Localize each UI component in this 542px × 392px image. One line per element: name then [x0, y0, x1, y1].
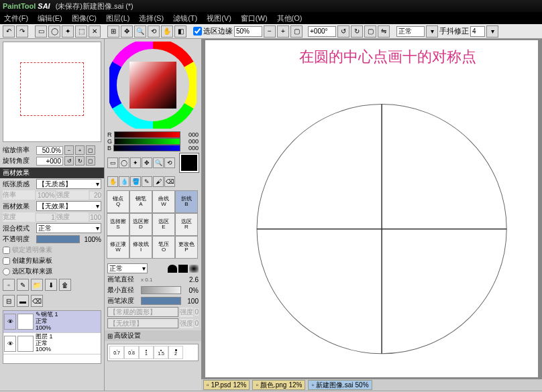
brush-edit-line[interactable]: 修改线I: [129, 236, 152, 259]
nav-rot-ccw[interactable]: ↺: [64, 156, 74, 166]
merge-visible-button[interactable]: ⊟: [3, 295, 15, 307]
blend-menu-button[interactable]: ▾: [426, 25, 438, 38]
size-cell[interactable]: 1.5: [154, 346, 168, 359]
zoom-fit-button[interactable]: ▢: [290, 25, 303, 38]
clear-layer-button[interactable]: ⌫: [31, 295, 43, 307]
sel-wand-icon[interactable]: ✦: [62, 25, 74, 38]
tool-eraser[interactable]: ⌫: [164, 176, 175, 187]
menu-view[interactable]: 视图(V): [207, 13, 231, 23]
brush-min-slider[interactable]: [141, 286, 181, 294]
brush-correction[interactable]: 修正液W: [107, 236, 129, 259]
sel-invert-icon[interactable]: ⬚: [75, 25, 87, 38]
blend-dropdown[interactable]: 正常▾: [36, 223, 101, 233]
nav-zoom-out[interactable]: −: [64, 145, 74, 155]
sel-rect-icon[interactable]: ▭: [35, 25, 47, 38]
tool-brush[interactable]: 🖌: [153, 176, 164, 187]
fx2-dropdown[interactable]: 【无效果】▾: [36, 201, 101, 211]
rot-ccw-button[interactable]: ↺: [337, 25, 349, 38]
marquee-icon[interactable]: ⊞: [107, 25, 119, 38]
tool-bucket[interactable]: 🪣: [130, 176, 141, 187]
hand-icon[interactable]: ✋: [161, 25, 173, 38]
zoom-out-button[interactable]: −: [264, 25, 276, 38]
nav-rot-reset[interactable]: ▢: [86, 156, 95, 166]
advanced-settings-label[interactable]: 高级设置: [114, 331, 141, 340]
navigator-thumbnail[interactable]: [3, 42, 101, 142]
nav-zoom-reset[interactable]: ▢: [86, 145, 95, 155]
tool-rect-select[interactable]: ▭: [107, 157, 118, 168]
b-slider[interactable]: [113, 145, 180, 151]
texture-dropdown[interactable]: 【无质感】▾: [36, 179, 101, 189]
flatten-button[interactable]: ▬: [17, 295, 29, 307]
stab-menu-button[interactable]: ▾: [486, 25, 498, 38]
brush-mode-dropdown[interactable]: 正常▾: [107, 263, 148, 273]
tool-hand[interactable]: ✋: [107, 176, 118, 187]
brush-curve[interactable]: 曲线W: [152, 190, 175, 213]
zoom-in-button[interactable]: +: [277, 25, 289, 38]
nav-rot-value[interactable]: +000: [36, 157, 63, 166]
menu-layer[interactable]: 图层(L): [106, 13, 129, 23]
canvas[interactable]: 在圆的中心点画十的对称点: [205, 40, 538, 377]
brush-tip-soft[interactable]: [189, 265, 199, 273]
merge-down-button[interactable]: ⬇: [45, 279, 57, 291]
size-cell[interactable]: 2: [168, 346, 183, 359]
menu-filter[interactable]: 滤镜(T): [173, 13, 197, 23]
brush-recolor[interactable]: 更改色P: [175, 236, 198, 259]
move-icon[interactable]: ✥: [121, 25, 133, 38]
brush-sel2[interactable]: 选区R: [175, 213, 198, 236]
visibility-icon[interactable]: 👁: [4, 336, 16, 352]
menu-other[interactable]: 其他(O): [277, 13, 303, 23]
brush-tip-flat[interactable]: [178, 265, 188, 273]
sel-lasso-icon[interactable]: ◯: [48, 25, 60, 38]
nav-zoom-in[interactable]: +: [75, 145, 85, 155]
zoom-field[interactable]: 50%: [234, 26, 262, 37]
size-cell[interactable]: 0.8: [124, 346, 139, 359]
brush-polyline[interactable]: 折线B: [175, 190, 198, 213]
brush-tip-round[interactable]: [168, 265, 177, 273]
brush-shape-dropdown[interactable]: 【常规的圆形】: [107, 307, 178, 317]
tool-zoom[interactable]: 🔍: [153, 157, 164, 168]
menu-select[interactable]: 选择(S): [139, 13, 164, 23]
brush-sel-erase[interactable]: 选择擦S: [107, 213, 129, 236]
redo-button[interactable]: ↷: [16, 25, 28, 38]
rot-cw-button[interactable]: ↻: [351, 25, 363, 38]
tool-rotate[interactable]: ⟲: [164, 157, 175, 168]
size-cell[interactable]: 0.7: [109, 346, 124, 359]
menu-edit[interactable]: 编辑(E): [38, 13, 62, 23]
rotate-icon[interactable]: ⟲: [148, 25, 160, 38]
angle-field[interactable]: +000°: [308, 26, 336, 37]
tool-wand[interactable]: ✦: [130, 157, 141, 168]
new-linework-button[interactable]: ✎: [17, 279, 29, 291]
r-slider[interactable]: [114, 131, 181, 138]
menu-window[interactable]: 窗口(W): [241, 13, 268, 23]
sel-edge-checkbox[interactable]: [193, 27, 202, 36]
sel-clear-icon[interactable]: ✕: [89, 25, 101, 38]
blend-field[interactable]: 正常: [396, 26, 425, 37]
g-slider[interactable]: [114, 138, 180, 145]
layer-item[interactable]: 👁 图层 1正常100%: [3, 333, 101, 355]
color-icon[interactable]: ◧: [174, 25, 186, 38]
sample-source-radio[interactable]: [3, 268, 10, 275]
brush-density-slider[interactable]: [141, 297, 181, 305]
layer-item[interactable]: 👁 ✎钢笔 1正常100%: [3, 311, 101, 333]
file-tab[interactable]: ▫1P.psd12%: [203, 380, 250, 390]
nav-zoom-value[interactable]: 50.0%: [36, 146, 63, 155]
nav-rot-cw[interactable]: ↻: [75, 156, 85, 166]
stabilizer-field[interactable]: 4: [470, 26, 485, 37]
brush-sel[interactable]: 选区E: [152, 213, 175, 236]
tool-pen[interactable]: ✎: [142, 176, 152, 187]
undo-button[interactable]: ↶: [3, 25, 15, 38]
brush-tex-dropdown[interactable]: 【无纹理】: [107, 318, 178, 328]
file-tab[interactable]: ▫颜色.png12%: [252, 380, 305, 390]
menu-image[interactable]: 图像(C): [72, 13, 97, 23]
expand-icon[interactable]: ⊞: [107, 332, 113, 340]
tool-eyedropper[interactable]: 💧: [119, 176, 129, 187]
lock-alpha-checkbox[interactable]: [3, 247, 10, 254]
clip-mask-checkbox[interactable]: [3, 257, 10, 265]
rot-reset-button[interactable]: ▢: [364, 25, 376, 38]
brush-anchor[interactable]: 锚点Q: [107, 190, 129, 213]
brush-pen[interactable]: 钢笔A: [129, 190, 152, 213]
tool-lasso[interactable]: ◯: [119, 157, 129, 168]
color-swatch[interactable]: [180, 153, 199, 172]
visibility-icon[interactable]: 👁: [4, 314, 16, 330]
navigator-viewport[interactable]: [20, 62, 84, 116]
